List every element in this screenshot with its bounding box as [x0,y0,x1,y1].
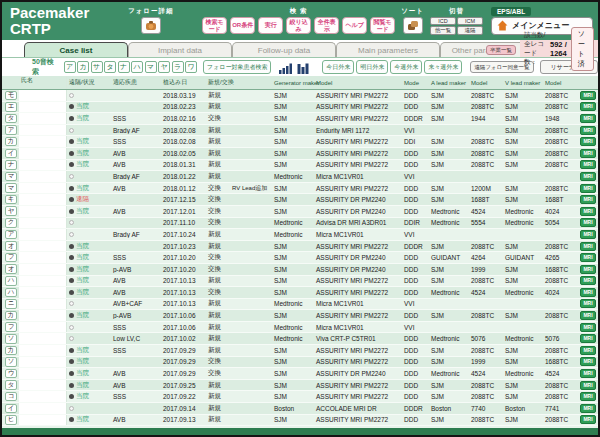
name-initial-button[interactable]: カ [5,311,17,321]
eps-abl-button[interactable]: EPS/ABL [491,7,531,16]
mri-conditional-badge[interactable]: MRI [580,149,595,158]
mri-conditional-badge[interactable]: MRI [580,276,595,285]
name-initial-button[interactable]: エ [5,102,17,112]
table-row[interactable]: オ 当院 p-AVB 2017.10.20 交換 SJM ASSURITY DR… [2,264,598,276]
name-initial-button[interactable]: オ [5,264,17,274]
kana-search-button[interactable]: カ [77,61,89,73]
mri-conditional-badge[interactable]: MRI [580,91,595,100]
name-initial-button[interactable]: ヤ [5,206,17,216]
table-row[interactable]: カ 当院 SSS 2017.09.29 新規 SJM ASSURITY MRI … [2,345,598,357]
chart-view-button-1[interactable] [278,61,293,74]
table-row[interactable]: マ Brady AF 2018.01.22 新規 Medtronic Micra… [2,171,598,183]
name-initial-button[interactable]: タ [5,380,17,390]
name-initial-button[interactable]: コ [5,392,17,402]
table-row[interactable]: タ 当院 SSS 2018.02.16 交換 SJM ASSURITY MRI … [2,113,598,125]
name-initial-button[interactable]: ハ [5,288,17,298]
mri-conditional-badge[interactable]: MRI [580,404,595,413]
name-initial-button[interactable]: ハ [5,276,17,286]
bottom-scroll-bar[interactable] [2,428,598,435]
mri-conditional-badge[interactable]: MRI [580,334,595,343]
table-row[interactable]: コ 当院 SSS 2017.09.22 新規 SJM ASSURITY MRI … [2,391,598,403]
sort-button[interactable] [403,17,423,34]
table-row[interactable]: オ 当院 2017.10.23 新規 SJM ASSURITY MRI PM22… [2,241,598,253]
search-toolbar-button[interactable]: ヘルプ [342,17,367,34]
mri-conditional-badge[interactable]: MRI [580,369,595,378]
switch-button[interactable]: ICM [457,17,483,26]
mri-conditional-badge[interactable]: MRI [580,172,595,181]
mri-conditional-badge[interactable]: MRI [580,311,595,320]
outpatient-filter-button[interactable]: 明日外来 [356,60,388,74]
name-initial-button[interactable]: ニ [5,299,17,309]
mri-conditional-badge[interactable]: MRI [580,346,595,355]
tab-follow-up-data[interactable]: Follow-up data [232,42,336,57]
kana-search-button[interactable]: マ [145,61,157,73]
follow-target-search-button[interactable]: フォロー対象患者検索 [203,60,271,74]
table-row[interactable]: ヒ 当院 AVB 2017.09.13 新規 SJM ASSURITY MRI … [2,415,598,427]
kana-search-button[interactable]: ハ [131,61,143,73]
search-toolbar-button[interactable]: 絞り込み [286,17,311,34]
switch-button[interactable]: ICD [430,17,456,26]
follow-detail-button[interactable] [141,17,161,34]
table-row[interactable]: ハ 当院 AVB 2017.10.13 新規 SJM ASSURITY MRI … [2,276,598,288]
table-row[interactable]: イ 当院 AVB 2018.02.05 新規 SJM ASSURITY MRI … [2,148,598,160]
mri-conditional-badge[interactable]: MRI [580,195,595,204]
kana-search-button[interactable]: ア [64,61,76,73]
mri-conditional-badge[interactable]: MRI [580,126,595,135]
table-row[interactable]: キ 遠隔 2017.12.15 交換 SJM ASSURITY DR PM224… [2,194,598,206]
mri-conditional-badge[interactable]: MRI [580,288,595,297]
name-initial-button[interactable]: キ [5,195,17,205]
switch-button[interactable]: 他一覧 [430,26,456,35]
table-row[interactable]: エ 当院 2018.02.23 新規 SJM ASSURITY MRI PM22… [2,102,598,114]
name-initial-button[interactable]: モ [5,91,17,101]
search-toolbar-button[interactable]: 閲覧モード [370,17,395,34]
search-toolbar-button[interactable]: OR条件 [230,17,255,34]
mri-conditional-badge[interactable]: MRI [580,160,595,169]
kana-search-button[interactable]: ヤ [158,61,170,73]
mri-conditional-badge[interactable]: MRI [580,114,595,123]
search-toolbar-button[interactable]: 全件表示 [314,17,339,34]
table-row[interactable]: マ 当院 AVB 2018.01.12 交換 RV Lead追加 SJM ASS… [2,183,598,195]
table-row[interactable]: カ 当院 SSS 2018.02.08 新規 SJM ASSURITY MRI … [2,136,598,148]
name-initial-button[interactable]: ア [5,230,17,240]
mri-conditional-badge[interactable]: MRI [580,392,595,401]
name-initial-button[interactable]: マ [5,172,17,182]
table-row[interactable]: ニ AVB+CAF 2017.10.13 新規 Medtronic Micra … [2,299,598,311]
tab-implant-data[interactable]: Implant data [128,42,232,57]
mri-conditional-badge[interactable]: MRI [580,265,595,274]
mri-conditional-badge[interactable]: MRI [580,357,595,366]
table-row[interactable]: フ 当院 SSS 2017.10.20 交換 SJM ASSURITY DR P… [2,252,598,264]
table-row[interactable]: ソ Low LV,C 2017.10.02 新規 Medtronic Viva … [2,333,598,345]
search-toolbar-button[interactable]: 検索モード [202,17,227,34]
mri-conditional-badge[interactable]: MRI [580,207,595,216]
mri-conditional-badge[interactable]: MRI [580,242,595,251]
table-row[interactable]: フ SSS 2017.10.06 新規 Medtronic Micra MC1V… [2,322,598,334]
name-initial-button[interactable]: カ [5,137,17,147]
name-initial-button[interactable]: ソ [5,334,17,344]
mri-conditional-badge[interactable]: MRI [580,137,595,146]
table-row[interactable]: タ 当院 AVB 2017.09.25 新規 SJM ASSURITY MRI … [2,380,598,392]
mri-conditional-badge[interactable]: MRI [580,415,595,424]
mri-conditional-badge[interactable]: MRI [580,102,595,111]
mri-conditional-badge[interactable]: MRI [580,323,595,332]
name-initial-button[interactable]: フ [5,253,17,263]
switch-button[interactable]: 遠隔 [457,26,483,35]
outpatient-filter-button[interactable]: 今週外来 [390,60,422,74]
mri-conditional-badge[interactable]: MRI [580,381,595,390]
name-initial-button[interactable]: イ [5,149,17,159]
name-initial-button[interactable]: ク [5,218,17,228]
mri-conditional-badge[interactable]: MRI [580,230,595,239]
table-row[interactable]: ウ 当院 AVB 2017.09.29 交換 SJM ASSURITY DR P… [2,368,598,380]
graduation-list-button[interactable]: 卒業一覧 [486,45,516,55]
outpatient-filter-button[interactable]: 今日外来 [322,60,354,74]
table-row[interactable]: ア Brady AF 2018.02.08 新規 SJM Endurity MR… [2,125,598,137]
mri-conditional-badge[interactable]: MRI [580,218,595,227]
sorted-button[interactable]: ソート済 [571,27,594,71]
name-initial-button[interactable]: ソ [5,357,17,367]
table-row[interactable]: カ 当院 p-AVB 2017.10.06 新規 SJM ASSURITY MR… [2,310,598,322]
mri-conditional-badge[interactable]: MRI [580,299,595,308]
kana-search-button[interactable]: サ [91,61,103,73]
table-row[interactable]: イ 2017.09.14 新規 Boston ACCOLADE MRI DR D… [2,403,598,415]
kana-search-button[interactable]: タ [104,61,116,73]
tab-case-list[interactable]: Case list [24,42,128,57]
table-row[interactable]: ア Brady AF 2017.10.24 新規 Medtronic Micra… [2,229,598,241]
